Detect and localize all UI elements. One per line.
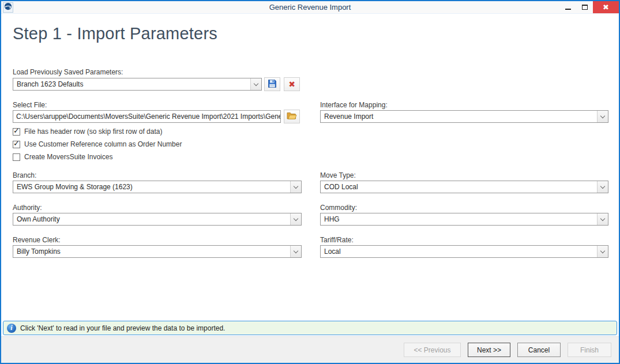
close-icon: ✖ — [603, 3, 609, 12]
page-title: Step 1 - Import Parameters — [13, 24, 217, 43]
chevron-down-icon — [250, 78, 261, 90]
branch-label: Branch: — [13, 171, 36, 179]
tariff-rate-label: Tariff/Rate: — [320, 236, 354, 244]
authority-select[interactable]: Own Authority — [13, 213, 302, 226]
revenue-clerk-value: Billy Tompkins — [13, 247, 290, 256]
move-type-select[interactable]: COD Local — [320, 181, 608, 193]
checkbox-file-has-header[interactable]: ✓ File has header row (so skip first row… — [13, 127, 162, 136]
checkbox-box: ✓ — [13, 128, 20, 136]
window-controls: ✖ — [559, 1, 619, 13]
interface-mapping-value: Revenue Import — [321, 112, 597, 121]
dialog-window: Generic Revenue Import ✖ Step 1 - Import… — [0, 0, 620, 364]
check-icon: ✓ — [13, 139, 20, 148]
next-button[interactable]: Next >> — [468, 343, 510, 357]
load-params-select[interactable]: Branch 1623 Defaults — [13, 78, 262, 91]
maximize-button[interactable] — [576, 1, 593, 13]
authority-value: Own Authority — [13, 215, 290, 223]
save-parameters-button[interactable] — [264, 77, 280, 91]
cancel-button[interactable]: Cancel — [517, 343, 561, 357]
chevron-down-icon — [290, 213, 301, 225]
previous-button: << Previous — [404, 343, 461, 357]
main-content: Step 1 - Import Parameters Load Previous… — [1, 14, 619, 321]
status-message-bar: i Click 'Next' to read in your file and … — [3, 321, 617, 335]
chevron-down-icon — [597, 111, 608, 122]
app-menu-button[interactable] — [3, 2, 13, 13]
checkbox-create-invoices[interactable]: ✓ Create MoversSuite Invoices — [13, 153, 112, 161]
browse-file-button[interactable] — [284, 110, 300, 123]
checkbox-box: ✓ — [13, 141, 20, 148]
footer-button-bar: << Previous Next >> Cancel Finish — [1, 336, 619, 363]
maximize-icon — [582, 5, 588, 10]
delete-x-icon: ✖ — [288, 80, 295, 88]
chevron-down-icon — [597, 181, 608, 193]
check-icon: ✓ — [13, 126, 20, 135]
file-path-value: C:\Users\aruppe\Documents\MoversSuite\Ge… — [13, 112, 280, 121]
revenue-clerk-label: Revenue Clerk: — [13, 236, 61, 244]
close-button[interactable]: ✖ — [593, 1, 619, 13]
commodity-label: Commodity: — [320, 204, 357, 212]
chevron-down-icon — [290, 246, 301, 257]
info-circle-icon: i — [7, 324, 16, 333]
checkbox-box: ✓ — [13, 153, 20, 161]
move-type-value: COD Local — [321, 183, 597, 191]
status-message: Click 'Next' to read in your file and pr… — [20, 324, 225, 332]
authority-label: Authority: — [13, 204, 42, 212]
tariff-rate-select[interactable]: Local — [320, 245, 608, 258]
load-params-label: Load Previously Saved Parameters: — [13, 68, 123, 76]
interface-mapping-label: Interface for Mapping: — [320, 101, 388, 109]
branch-value: EWS Group Moving & Storage (1623) — [13, 183, 290, 191]
interface-mapping-select[interactable]: Revenue Import — [320, 110, 608, 123]
checkbox-label: File has header row (so skip first row o… — [24, 127, 162, 136]
commodity-value: HHG — [321, 215, 597, 223]
move-type-label: Move Type: — [320, 171, 356, 179]
minimize-button[interactable] — [559, 1, 576, 13]
tariff-rate-value: Local — [321, 247, 597, 256]
file-path-input[interactable]: C:\Users\aruppe\Documents\MoversSuite\Ge… — [13, 110, 281, 123]
revenue-clerk-select[interactable]: Billy Tompkins — [13, 245, 302, 258]
checkbox-customer-reference[interactable]: ✓ Use Customer Reference column as Order… — [13, 140, 182, 148]
chevron-down-icon — [290, 181, 301, 193]
minimize-icon — [565, 9, 571, 10]
select-file-label: Select File: — [13, 101, 47, 109]
floppy-disk-icon — [268, 79, 277, 90]
moverssuite-logo-icon — [4, 2, 12, 13]
title-bar: Generic Revenue Import ✖ — [1, 1, 619, 14]
checkbox-label: Create MoversSuite Invoices — [24, 153, 112, 161]
checkbox-label: Use Customer Reference column as Order N… — [24, 140, 182, 148]
window-title: Generic Revenue Import — [1, 3, 619, 12]
delete-parameters-button[interactable]: ✖ — [284, 77, 300, 91]
chevron-down-icon — [597, 246, 608, 257]
branch-select[interactable]: EWS Group Moving & Storage (1623) — [13, 181, 302, 193]
chevron-down-icon — [597, 213, 608, 225]
open-folder-icon — [287, 112, 297, 122]
finish-button: Finish — [568, 343, 611, 357]
commodity-select[interactable]: HHG — [320, 213, 608, 226]
load-params-value: Branch 1623 Defaults — [13, 80, 250, 88]
